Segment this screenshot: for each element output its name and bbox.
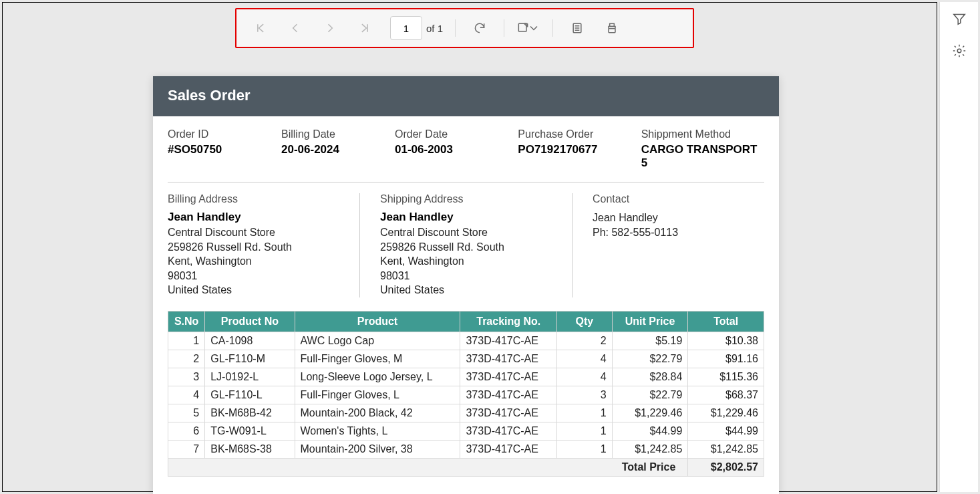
- cell-total: $1,242.85: [688, 440, 764, 458]
- col-unit-price: Unit Price: [612, 311, 688, 332]
- gear-icon[interactable]: [952, 43, 967, 61]
- cell-tracking: 373D-417C-AE: [460, 440, 557, 458]
- table-row: 4GL-F110-LFull-Finger Gloves, L373D-417C…: [168, 386, 764, 404]
- viewer-frame: of 1 Sales Order Order ID #SO50750 Billi…: [2, 2, 937, 492]
- table-row: 1CA-1098AWC Logo Cap373D-417C-AE2$5.19$1…: [168, 332, 764, 350]
- export-button[interactable]: [514, 13, 543, 43]
- table-row: 2GL-F110-MFull-Finger Gloves, M373D-417C…: [168, 350, 764, 368]
- cell-sno: 3: [168, 368, 205, 386]
- col-prodno: Product No: [205, 311, 295, 332]
- cell-prodno: CA-1098: [205, 332, 295, 350]
- print-button[interactable]: [597, 13, 627, 43]
- cell-sno: 1: [168, 332, 205, 350]
- chevron-down-icon: [527, 21, 540, 35]
- billing-company: Central Discount Store: [168, 225, 339, 240]
- billing-date-value: 20-06-2024: [281, 143, 395, 156]
- shipping-name: Jean Handley: [380, 211, 552, 224]
- svg-rect-2: [609, 29, 615, 33]
- filter-icon[interactable]: [952, 11, 967, 29]
- svg-point-4: [957, 49, 961, 53]
- contact-title: Contact: [593, 193, 764, 205]
- cell-total: $68.37: [688, 386, 764, 404]
- shipping-address-block: Shipping Address Jean Handley Central Di…: [380, 193, 573, 297]
- billing-address-block: Billing Address Jean Handley Central Dis…: [168, 193, 360, 297]
- page-count-label: of 1: [426, 23, 443, 34]
- address-row: Billing Address Jean Handley Central Dis…: [153, 182, 779, 307]
- cell-sno: 2: [168, 350, 205, 368]
- svg-rect-3: [610, 23, 615, 26]
- contact-name: Jean Handley: [593, 211, 764, 225]
- last-page-button[interactable]: [350, 13, 379, 43]
- col-product: Product: [295, 311, 460, 332]
- po-value: PO7192170677: [518, 143, 641, 156]
- cell-tracking: 373D-417C-AE: [460, 350, 557, 368]
- contact-block: Contact Jean Handley Ph: 582-555-0113: [593, 193, 764, 297]
- cell-product: Long-Sleeve Logo Jersey, L: [295, 368, 460, 386]
- report-document: Sales Order Order ID #SO50750 Billing Da…: [153, 76, 779, 494]
- report-toolbar: of 1: [235, 8, 694, 48]
- cell-sno: 5: [168, 404, 205, 422]
- cell-sno: 6: [168, 422, 205, 440]
- toolbar-divider: [455, 19, 456, 37]
- billing-street: 259826 Russell Rd. South: [168, 240, 339, 255]
- cell-tracking: 373D-417C-AE: [460, 422, 557, 440]
- col-qty: Qty: [557, 311, 613, 332]
- billing-zip: 98031: [168, 269, 339, 283]
- next-page-button[interactable]: [315, 13, 345, 43]
- toolbar-divider: [552, 19, 553, 37]
- cell-total: $44.99: [688, 422, 764, 440]
- cell-prodno: LJ-0192-L: [205, 368, 295, 386]
- report-title: Sales Order: [153, 76, 779, 116]
- table-row: 5BK-M68B-42Mountain-200 Black, 42373D-41…: [168, 404, 764, 422]
- total-price-label: Total Price: [168, 458, 688, 476]
- prev-page-button[interactable]: [281, 13, 310, 43]
- cell-qty: 1: [557, 440, 613, 458]
- cell-total: $10.38: [688, 332, 764, 350]
- cell-sno: 4: [168, 386, 205, 404]
- cell-total: $115.36: [688, 368, 764, 386]
- order-meta-row: Order ID #SO50750 Billing Date 20-06-202…: [153, 116, 779, 178]
- cell-unit-price: $44.99: [612, 422, 688, 440]
- billing-name: Jean Handley: [168, 211, 339, 224]
- cell-total: $1,229.46: [688, 404, 764, 422]
- shipping-company: Central Discount Store: [380, 225, 552, 240]
- ship-method-label: Shippment Method: [641, 128, 764, 140]
- cell-unit-price: $1,229.46: [612, 404, 688, 422]
- cell-product: Full-Finger Gloves, M: [295, 350, 460, 368]
- cell-product: AWC Logo Cap: [295, 332, 460, 350]
- cell-prodno: TG-W091-L: [205, 422, 295, 440]
- cell-unit-price: $5.19: [612, 332, 688, 350]
- cell-product: Mountain-200 Black, 42: [295, 404, 460, 422]
- page-number-input[interactable]: [390, 16, 422, 40]
- col-sno: S.No: [168, 311, 205, 332]
- cell-unit-price: $1,242.85: [612, 440, 688, 458]
- cell-qty: 2: [557, 332, 613, 350]
- cell-tracking: 373D-417C-AE: [460, 332, 557, 350]
- billing-city: Kent, Washington: [168, 254, 339, 269]
- table-row: 7BK-M68S-38Mountain-200 Silver, 38373D-4…: [168, 440, 764, 458]
- cell-total: $91.16: [688, 350, 764, 368]
- first-page-button[interactable]: [246, 13, 275, 43]
- contact-phone: Ph: 582-555-0113: [593, 225, 764, 240]
- shipping-city: Kent, Washington: [380, 254, 552, 269]
- page-layout-button[interactable]: [562, 13, 592, 43]
- refresh-button[interactable]: [465, 13, 494, 43]
- table-row: 6TG-W091-LWomen's Tights, L373D-417C-AE1…: [168, 422, 764, 440]
- right-rail: [939, 2, 978, 492]
- cell-qty: 1: [557, 404, 613, 422]
- cell-qty: 4: [557, 368, 613, 386]
- items-table: S.No Product No Product Tracking No. Qty…: [168, 311, 764, 477]
- billing-address-title: Billing Address: [168, 193, 339, 205]
- table-row: 3LJ-0192-LLong-Sleeve Logo Jersey, L373D…: [168, 368, 764, 386]
- billing-country: United States: [168, 283, 339, 297]
- cell-qty: 3: [557, 386, 613, 404]
- po-label: Purchase Order: [518, 128, 641, 140]
- total-row: Total Price $2,802.57: [168, 458, 764, 476]
- cell-prodno: BK-M68S-38: [205, 440, 295, 458]
- cell-prodno: BK-M68B-42: [205, 404, 295, 422]
- shipping-address-title: Shipping Address: [380, 193, 552, 205]
- order-id-label: Order ID: [168, 128, 281, 140]
- shipping-street: 259826 Russell Rd. South: [380, 240, 552, 255]
- table-header-row: S.No Product No Product Tracking No. Qty…: [168, 311, 764, 332]
- ship-method-value: CARGO TRANSPORT 5: [641, 143, 764, 170]
